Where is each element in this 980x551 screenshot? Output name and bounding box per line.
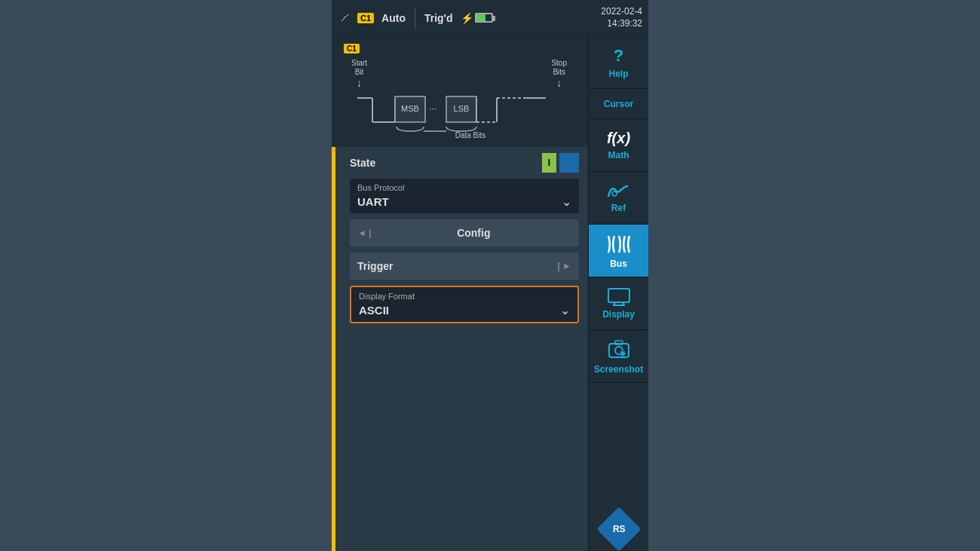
instrument-panel: ⟋ C1 Auto Trig'd ⚡ 2022-02-4 14:39:32 C1: [332, 0, 648, 551]
config-button[interactable]: ◄ | Config: [350, 219, 579, 246]
svg-text:LSB: LSB: [454, 104, 470, 113]
sidebar-screenshot-label: Screenshot: [594, 364, 643, 375]
uart-waveform-svg: MSB ··· LSB: [350, 89, 576, 134]
content-panel: C1 StartBit ↓ StopBits ↓: [332, 36, 588, 551]
bus-protocol-chevron: ⌄: [562, 194, 571, 209]
sidebar-item-help[interactable]: ? Help: [589, 36, 648, 89]
svg-rect-20: [609, 344, 629, 357]
sidebar-display-label: Display: [602, 309, 635, 320]
data-bits-label: Data Bits: [350, 131, 576, 139]
right-sidebar: ? Help Cursor f(x) Math Ref: [588, 36, 648, 551]
bus-icon: [605, 233, 632, 256]
math-fx-icon: f(x): [607, 130, 630, 147]
waveform-icon: ⟋: [338, 10, 351, 26]
stop-bits-label: StopBits: [551, 59, 567, 77]
rs-logo: RS: [596, 507, 641, 551]
c1-badge: C1: [357, 13, 374, 23]
display-format-container[interactable]: Display Format ASCII ⌄: [350, 286, 579, 323]
sidebar-item-ref[interactable]: Ref: [589, 172, 648, 225]
separator: [415, 8, 415, 29]
config-prefix-icon: ◄ |: [357, 228, 372, 238]
sidebar-bus-label: Bus: [610, 259, 627, 269]
display-format-value: ASCII: [359, 304, 389, 317]
trigger-button[interactable]: Trigger | ►: [350, 253, 579, 280]
battery-fill: [476, 14, 485, 21]
state-row: State I: [350, 153, 579, 173]
sidebar-math-label: Math: [608, 150, 629, 161]
config-label: Config: [376, 227, 571, 239]
state-toggle[interactable]: I: [542, 153, 579, 173]
c1-chip-diagram: C1: [344, 44, 360, 54]
svg-rect-16: [608, 289, 629, 302]
svg-text:···: ···: [429, 103, 436, 114]
screenshot-icon-container: [608, 338, 630, 361]
ref-icon: [607, 183, 631, 200]
display-format-chevron: ⌄: [560, 303, 570, 317]
state-label: State: [350, 157, 410, 169]
datetime: 2022-02-4 14:39:32: [601, 6, 642, 29]
start-bit-label: StartBit: [351, 59, 367, 77]
battery-area: ⚡: [461, 12, 493, 24]
state-blue-block: [559, 153, 579, 173]
battery-icon: [475, 13, 493, 23]
display-icon: [608, 288, 630, 306]
rs-logo-text: RS: [612, 524, 625, 534]
trigger-label: Trigger: [357, 260, 393, 272]
top-bar: ⟋ C1 Auto Trig'd ⚡ 2022-02-4 14:39:32: [332, 0, 648, 36]
display-format-label: Display Format: [359, 292, 570, 301]
bus-protocol-container[interactable]: Bus Protocol UART ⌄: [350, 179, 579, 213]
sidebar-item-screenshot[interactable]: Screenshot: [589, 330, 648, 383]
trigrd-label: Trig'd: [424, 12, 453, 24]
svg-text:MSB: MSB: [401, 104, 419, 113]
auto-label: Auto: [381, 12, 406, 24]
bus-protocol-value: UART: [357, 195, 389, 208]
sidebar-item-bus[interactable]: Bus: [589, 225, 648, 277]
sidebar-help-label: Help: [608, 69, 628, 79]
display-format-row: ASCII ⌄: [359, 303, 570, 317]
sidebar-item-cursor[interactable]: Cursor: [589, 89, 648, 119]
sidebar-cursor-label: Cursor: [604, 99, 633, 109]
svg-point-15: [612, 191, 617, 196]
state-green-value: I: [542, 153, 556, 173]
help-icon: ?: [614, 46, 623, 66]
sidebar-item-math[interactable]: f(x) Math: [589, 119, 648, 172]
screenshot-camera-icon: [608, 338, 630, 358]
bus-protocol-label: Bus Protocol: [357, 183, 571, 192]
trigger-right-icon: | ►: [557, 261, 571, 271]
controls-area: State I Bus Protocol UART ⌄ ◄ |: [332, 147, 588, 329]
sidebar-bottom: RS: [589, 507, 648, 551]
sidebar-item-display[interactable]: Display: [589, 277, 648, 330]
main-area: C1 StartBit ↓ StopBits ↓: [332, 36, 648, 551]
bus-protocol-row: UART ⌄: [357, 194, 571, 209]
sidebar-ref-label: Ref: [611, 203, 626, 213]
lightning-icon: ⚡: [461, 12, 473, 24]
svg-rect-22: [615, 341, 623, 344]
diagram-area: C1 StartBit ↓ StopBits ↓: [332, 36, 588, 147]
